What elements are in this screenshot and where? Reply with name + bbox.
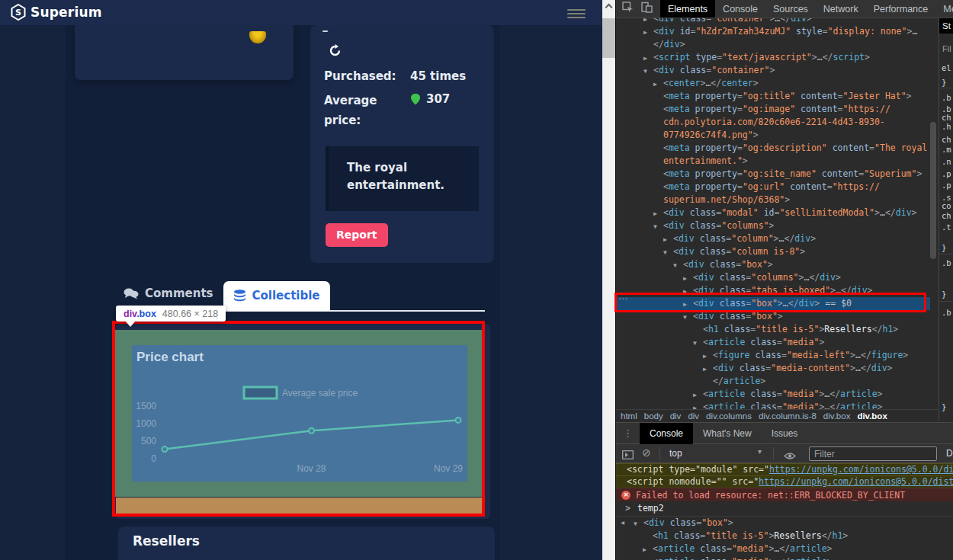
breadcrumb-item[interactable]: html [621, 411, 637, 421]
element-tree-row[interactable]: <meta property="og:description" content=… [616, 142, 930, 168]
expand-open-icon[interactable]: ▼ [663, 246, 667, 259]
devtools-tab-network[interactable]: Network [816, 0, 866, 18]
element-tree-row[interactable]: ▶<div class="columns">…</div> [616, 271, 930, 284]
expand-open-icon[interactable]: ▼ [653, 220, 657, 233]
expand-closed-icon[interactable]: ▶ [683, 272, 687, 285]
element-tree-row[interactable]: ▶<article class="media">…</article> [616, 401, 930, 409]
error-icon: ✕ [621, 491, 631, 500]
drawer-menu-dots-icon[interactable]: ⋮ [616, 427, 640, 439]
breadcrumb-item[interactable]: div.column.is-8 [759, 411, 817, 421]
element-tree-row[interactable]: ▶<center>…</center> [616, 77, 930, 90]
expand-closed-icon[interactable]: ▶ [643, 52, 647, 65]
log-levels-select[interactable]: De [946, 448, 953, 459]
tab-collectible[interactable]: Collectible [223, 281, 330, 311]
element-tree-row[interactable]: ▶<div class="container">…</div> [616, 18, 930, 25]
item-description-quote: The royal entertainment. [326, 146, 479, 211]
console-drawer-tab-what-s-new[interactable]: What's New [693, 423, 762, 444]
expand-closed-icon[interactable]: ▶ [643, 543, 647, 555]
hamburger-menu-icon[interactable] [567, 9, 586, 18]
expand-closed-icon[interactable]: ▶ [643, 26, 647, 39]
element-tree-row[interactable]: ▼<div class="container"> [616, 64, 930, 77]
breadcrumb-item[interactable]: div.box [823, 411, 851, 421]
element-tree-row[interactable]: ▼<div class="box"> [616, 258, 930, 271]
inspect-element-icon[interactable] [622, 2, 634, 16]
expand-open-icon[interactable]: ▼ [673, 259, 677, 272]
element-tree-row[interactable]: <meta property="og:title" content="Jeste… [616, 90, 930, 103]
devtools-tab-console[interactable]: Console [715, 0, 765, 18]
styles-sidebar-sliver: St Fil el}.b.bch.hch.m.n.p.p.scoch.t}.b}… [939, 18, 953, 421]
console-drawer-tab-console[interactable]: Console [640, 423, 693, 444]
styles-section-divider [939, 301, 953, 302]
console-input-echo[interactable]: > temp2 [616, 501, 953, 517]
average-price-value: 307 [426, 92, 450, 106]
breadcrumb-item[interactable]: div.columns [706, 411, 752, 421]
breadcrumb-item[interactable]: div [688, 411, 699, 421]
breadcrumb-item[interactable]: div [670, 411, 682, 421]
breadcrumb-item[interactable]: body [644, 411, 663, 421]
element-tree-row[interactable]: ▼<div class="columns"> [616, 219, 930, 232]
styles-tab[interactable]: St [939, 18, 953, 34]
refresh-icon[interactable] [329, 44, 342, 60]
console-result-row[interactable]: ▶<article class="media">…</article> [616, 542, 953, 555]
expand-closed-icon[interactable]: ▶ [693, 402, 697, 409]
console-result-row[interactable]: <h1 class="title is-5">Resellers</h1> [616, 530, 953, 542]
element-tree-row[interactable]: ▶<figure class="media-left">…</figure> [616, 349, 930, 362]
expand-open-icon[interactable]: ▼ [634, 517, 637, 530]
console-drawer-tab-issues[interactable]: Issues [762, 423, 808, 444]
element-tree-row[interactable]: <h1 class="title is-5">Resellers</h1> [616, 323, 930, 336]
device-toolbar-icon[interactable] [641, 2, 653, 16]
expand-closed-icon[interactable]: ▶ [693, 389, 697, 402]
devtools-tab-memory[interactable]: Memory [935, 0, 953, 18]
styles-rule-sliver: .t [942, 222, 951, 232]
scroll-up-arrow-icon[interactable] [605, 4, 613, 11]
live-expression-eye-icon[interactable] [784, 450, 796, 463]
console-filter-input[interactable] [809, 446, 937, 461]
brand-name[interactable]: Superium [30, 5, 102, 20]
breadcrumb-item[interactable]: div.box [857, 411, 887, 421]
element-tree-row[interactable]: ▶<article class="media">…</article> [616, 388, 930, 401]
element-tree-row[interactable]: ▼<article class="media"> [616, 336, 930, 349]
element-tree-row[interactable]: <meta property="og:site_name" content="S… [616, 168, 930, 181]
expand-closed-icon[interactable]: ▶ [703, 363, 707, 376]
devtools-tab-performance[interactable]: Performance [866, 0, 936, 18]
styles-section-divider [939, 254, 953, 254]
page-scrollbar[interactable] [602, 0, 615, 560]
console-warning-row[interactable]: <script type="module" src="https://unpkg… [616, 463, 953, 475]
expand-closed-icon[interactable]: ▶ [703, 350, 707, 363]
expand-open-icon[interactable]: ▼ [643, 65, 647, 78]
chevron-down-icon: ▾ [758, 447, 762, 456]
element-tree-row[interactable]: ▶<div id="hZdr2mTzah34zuMJ" style="displ… [616, 25, 930, 51]
expand-closed-icon[interactable]: ▶ [653, 78, 657, 91]
page-scrollbar-thumb[interactable] [602, 18, 615, 58]
element-tree-row[interactable]: </article> [616, 375, 930, 388]
element-tree-row[interactable]: ▶<div class="modal" id="sellLimitedModal… [616, 206, 930, 219]
expand-closed-icon[interactable]: ▶ [653, 207, 657, 220]
console-warning-row[interactable]: <script nomodule="" src="https://unpkg.c… [616, 475, 953, 488]
console-error-row[interactable]: ✕ Failed to load resource: net::ERR_BLOC… [616, 488, 953, 501]
expand-open-icon[interactable]: ▼ [683, 311, 687, 324]
element-tree-row[interactable]: <meta property="og:url" content="https:/… [616, 181, 930, 206]
console-sidebar-icon[interactable] [622, 449, 634, 462]
execution-context-select[interactable]: top [669, 448, 682, 459]
elements-scrollbar-thumb[interactable] [930, 122, 936, 259]
element-tree-row[interactable]: <meta property="og:image" content="https… [616, 103, 930, 142]
superium-logo-icon[interactable]: S [10, 4, 27, 24]
clear-console-icon[interactable]: ⊘ [642, 446, 651, 459]
expand-open-icon[interactable]: ▼ [693, 337, 697, 350]
styles-rule-sliver: } [942, 243, 946, 252]
report-button[interactable]: Report [326, 223, 388, 247]
expand-closed-icon[interactable]: ▶ [643, 556, 647, 560]
element-tree-row[interactable]: ▶<script type="text/javascript">…</scrip… [616, 51, 930, 64]
devtools-tab-elements[interactable]: Elements [660, 0, 715, 18]
styles-rule-sliver: .p [942, 181, 951, 190]
console-result-row[interactable]: ▶<article class="media">…</article> [616, 555, 953, 560]
styles-filter-label: Fil [942, 44, 951, 53]
expand-closed-icon[interactable]: ▶ [663, 233, 667, 246]
tab-collectible-label: Collectible [252, 289, 319, 302]
element-tree-row[interactable]: ▶<div class="media-content">…</div> [616, 362, 930, 375]
element-tree-row[interactable]: ▼<div class="column is-8"> [616, 245, 930, 258]
devtools-tab-sources[interactable]: Sources [765, 0, 816, 18]
element-tree-row[interactable]: ▶<div class="column">…</div> [616, 232, 930, 245]
tab-comments[interactable]: Comments [124, 286, 213, 306]
console-result-row[interactable]: ▼<div class="box"> [616, 517, 953, 530]
